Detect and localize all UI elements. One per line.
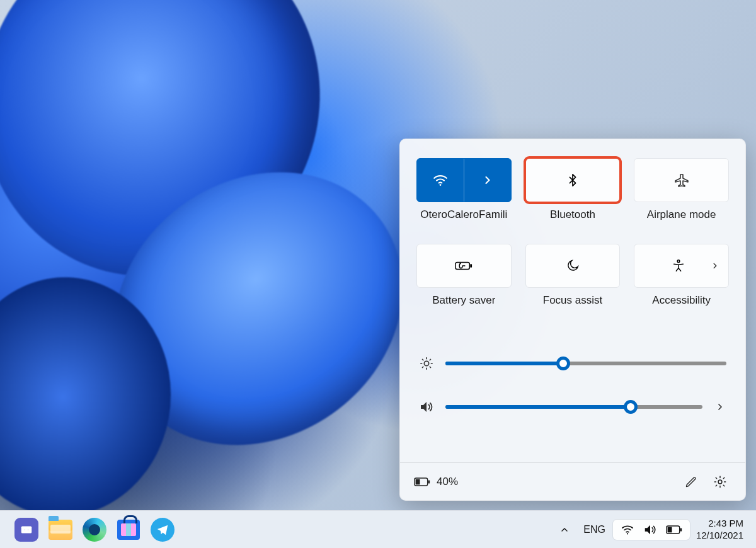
svg-rect-8: [416, 479, 420, 484]
battery-saver-label: Battery saver: [432, 294, 495, 307]
telegram-icon: [151, 518, 175, 542]
battery-icon: [666, 525, 682, 535]
focus-assist-label: Focus assist: [543, 294, 602, 307]
store-icon: [117, 520, 140, 540]
svg-point-12: [27, 528, 29, 530]
brightness-slider[interactable]: [445, 362, 726, 365]
focus-assist-toggle[interactable]: [525, 244, 621, 288]
svg-marker-5: [421, 402, 427, 412]
quick-settings-panel: OteroCaleroFamili Bluetooth Airplane mod…: [399, 139, 746, 501]
wifi-toggle[interactable]: [416, 158, 512, 202]
wifi-icon: [621, 523, 634, 537]
svg-rect-17: [668, 527, 672, 532]
bluetooth-label: Bluetooth: [550, 208, 595, 221]
chevron-up-icon: [559, 525, 570, 535]
svg-point-0: [439, 184, 441, 186]
chevron-right-icon: [711, 261, 719, 270]
accessibility-icon: [672, 259, 685, 273]
quick-settings-tiles: OteroCaleroFamili Bluetooth Airplane mod…: [400, 139, 745, 328]
svg-point-9: [718, 480, 722, 484]
language-indicator[interactable]: ENG: [577, 520, 612, 539]
taskbar-app-file-explorer[interactable]: [45, 515, 76, 545]
folder-icon: [49, 520, 72, 540]
system-tray[interactable]: [613, 520, 690, 540]
taskbar: ENG 2:43 PM 12/10/2021: [0, 510, 756, 548]
svg-point-11: [24, 528, 26, 530]
taskbar-app-microsoft-store[interactable]: [113, 515, 144, 545]
chevron-right-icon: [481, 174, 494, 186]
airplane-mode-label: Airplane mode: [647, 208, 716, 221]
volume-slider[interactable]: [445, 405, 702, 409]
svg-rect-2: [471, 264, 472, 268]
taskbar-app-telegram[interactable]: [147, 515, 178, 545]
brightness-icon: [419, 357, 434, 370]
open-settings-button[interactable]: [709, 471, 731, 493]
battery-saver-toggle[interactable]: [416, 244, 512, 288]
taskbar-clock[interactable]: 2:43 PM 12/10/2021: [691, 515, 748, 544]
accessibility-toggle[interactable]: [634, 244, 729, 288]
svg-rect-10: [21, 526, 32, 533]
gear-icon: [713, 475, 727, 489]
airplane-icon: [674, 173, 689, 188]
chat-icon: [14, 518, 38, 542]
svg-rect-7: [428, 480, 430, 483]
speaker-icon: [419, 399, 434, 414]
clock-time: 2:43 PM: [696, 518, 743, 530]
volume-slider-row: [419, 399, 726, 414]
wifi-icon: [432, 172, 449, 188]
audio-output-expand-button[interactable]: [714, 402, 726, 412]
battery-percent-label: 40%: [437, 476, 458, 488]
taskbar-app-edge[interactable]: [79, 515, 110, 545]
bluetooth-toggle[interactable]: [525, 158, 621, 202]
speaker-icon: [643, 523, 657, 537]
tray-overflow-button[interactable]: [553, 521, 576, 539]
bluetooth-icon: [566, 173, 580, 187]
battery-saver-icon: [455, 260, 472, 272]
svg-point-13: [627, 533, 628, 534]
wifi-expand-button[interactable]: [464, 159, 511, 202]
svg-point-3: [677, 260, 680, 263]
clock-date: 12/10/2021: [696, 530, 743, 542]
battery-icon: [414, 477, 430, 487]
svg-point-4: [424, 361, 428, 365]
accessibility-label: Accessibility: [652, 294, 711, 307]
airplane-mode-toggle[interactable]: [634, 158, 729, 202]
moon-icon: [566, 259, 580, 273]
pencil-icon: [685, 476, 697, 488]
quick-settings-footer: 40%: [400, 462, 745, 500]
taskbar-app-chat[interactable]: [11, 515, 42, 545]
svg-rect-16: [680, 528, 682, 531]
wifi-toggle-main[interactable]: [417, 159, 464, 202]
wifi-label: OteroCaleroFamili: [420, 208, 507, 221]
edge-icon: [83, 518, 106, 542]
svg-marker-14: [645, 525, 650, 534]
brightness-slider-row: [419, 357, 726, 370]
edit-quick-settings-button[interactable]: [680, 471, 702, 493]
